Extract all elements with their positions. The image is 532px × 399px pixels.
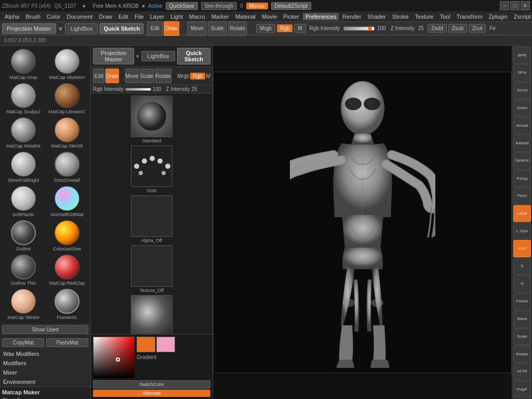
menu-zplugin[interactable]: Zplugin: [486, 13, 510, 20]
texture-off[interactable]: Texture_Off: [93, 245, 210, 293]
alpha-off[interactable]: Alpha_Off: [93, 195, 210, 243]
menu-stroke[interactable]: Stroke: [390, 13, 411, 20]
rotate-btn-mid[interactable]: Rotate: [155, 69, 171, 83]
quick-sketch-btn-mid[interactable]: Quick Sketch: [177, 48, 210, 64]
matcap-softplastic[interactable]: SoftPlastic: [2, 185, 45, 218]
move-right-button[interactable]: Move: [513, 311, 531, 328]
viewport[interactable]: [213, 46, 512, 399]
menu-preferences[interactable]: Preferences: [303, 13, 339, 20]
rotate-tool-button[interactable]: Rotate: [228, 21, 247, 36]
maximize-button[interactable]: □: [510, 1, 520, 10]
menu-light[interactable]: Light: [168, 13, 185, 20]
matcap-dotsomet[interactable]: DotsOmetall: [46, 151, 88, 184]
menu-shader[interactable]: Shader: [365, 13, 388, 20]
copy-mat-button[interactable]: CopyMat: [2, 338, 44, 347]
rgb-button[interactable]: Rgb: [277, 24, 292, 32]
persp-button[interactable]: Persp: [513, 170, 531, 187]
spix-button[interactable]: SPix: [513, 64, 531, 82]
matcap-redclay[interactable]: MatCap RedClay: [46, 254, 88, 287]
menu-tool[interactable]: Tool: [437, 13, 453, 20]
environment-section[interactable]: Environment: [0, 377, 90, 387]
paste-mat-button[interactable]: PasteMat: [46, 338, 88, 347]
modifiers-section[interactable]: Modifiers: [0, 358, 90, 368]
mrgb-button[interactable]: Mrgb: [256, 24, 275, 33]
canvas-area[interactable]: [213, 72, 512, 373]
quick-sketch-button[interactable]: Quick Sketch: [100, 23, 143, 34]
menu-macro[interactable]: Macro: [187, 13, 208, 20]
inffill-button[interactable]: Inf.Fill: [513, 363, 531, 380]
matcap-skin05[interactable]: MatCap Skin05: [46, 116, 88, 150]
quicksave-button[interactable]: QuickSave: [166, 2, 198, 10]
menu-document[interactable]: Document: [64, 13, 95, 20]
matcap-normalrgb[interactable]: NormalRGBMat: [46, 185, 88, 218]
menu-picker[interactable]: Picker: [281, 13, 302, 20]
rotate2-button[interactable]: ↻: [513, 258, 531, 275]
local-button[interactable]: Local: [513, 205, 531, 222]
status-display[interactable]: Active: [148, 3, 162, 9]
m-button[interactable]: M: [294, 24, 305, 33]
edit-button[interactable]: Edit: [147, 21, 163, 36]
menu-alpha[interactable]: Alpha: [2, 13, 22, 20]
menu-brush[interactable]: Brush: [23, 13, 43, 20]
matcap-sculpy2[interactable]: MatCap Sculpy2: [2, 82, 45, 115]
seethrough-button[interactable]: See-through: [201, 2, 237, 10]
menu-transform[interactable]: Transform: [454, 13, 485, 20]
draw-button[interactable]: Draw: [164, 21, 179, 36]
rgb-btn-mid[interactable]: Rgb: [190, 73, 205, 79]
zsub-button[interactable]: Zsub: [448, 24, 467, 33]
aahalf-button[interactable]: AAHalf: [513, 135, 531, 152]
defaultz-button[interactable]: DefaultZScript: [271, 2, 311, 10]
matcap-outline[interactable]: Outline: [2, 219, 45, 252]
menu-edit[interactable]: Edit: [116, 13, 131, 20]
projection-master-button[interactable]: Projection Master: [2, 23, 56, 34]
floor-button[interactable]: Floor: [513, 188, 531, 205]
rgb-intensity-slider[interactable]: [343, 26, 375, 31]
alpha-standard[interactable]: Standard: [93, 96, 210, 143]
projection-arrow[interactable]: ▾: [58, 24, 63, 33]
zadd-button[interactable]: Zadd: [428, 24, 447, 33]
dynamic-button[interactable]: Dynamic: [513, 152, 531, 169]
projection-btn[interactable]: Projection Master: [93, 48, 134, 64]
matcap-silverfoil[interactable]: SilverFoilBright: [2, 151, 45, 184]
color2-swatch[interactable]: [156, 337, 175, 352]
menu-color[interactable]: Color: [44, 13, 63, 20]
minimize-button[interactable]: −: [500, 1, 509, 10]
menu-movie[interactable]: Movie: [259, 13, 280, 20]
polyf-button[interactable]: PolyF: [513, 381, 531, 398]
frame-button[interactable]: Frame: [513, 293, 531, 310]
bpr-button[interactable]: BPR: [513, 47, 531, 64]
color1-swatch[interactable]: [137, 337, 155, 352]
edit-btn-mid[interactable]: Edit: [93, 69, 104, 83]
mixer-section[interactable]: Mixer: [0, 368, 90, 377]
alpha-framer01[interactable]: Framer01: [93, 295, 210, 334]
menu-texture[interactable]: Texture: [413, 13, 436, 20]
menu-draw[interactable]: Draw: [96, 13, 115, 20]
scale-tool-button[interactable]: Scale: [208, 21, 227, 36]
matcap-lbrown[interactable]: MatCap LBrownC: [46, 82, 88, 115]
scale-right-button[interactable]: Scale: [513, 328, 531, 345]
close-button[interactable]: ✕: [521, 1, 530, 10]
menu-material[interactable]: Material: [233, 13, 258, 20]
scroll-button[interactable]: Scroll: [513, 82, 531, 99]
matcap-colorizeglow[interactable]: ColorizeGlow: [46, 219, 88, 252]
alternate-button[interactable]: Alternate: [93, 390, 210, 397]
zcut-button[interactable]: Zcut: [469, 24, 486, 33]
zoom-button[interactable]: Zoom: [513, 100, 531, 117]
projection-arrow-mid[interactable]: ▾: [136, 53, 139, 60]
actual-button[interactable]: Actual: [513, 117, 531, 134]
lsym-button[interactable]: L.Sym: [513, 222, 531, 240]
menu-marker[interactable]: Marker: [209, 13, 232, 20]
matcap-skin04[interactable]: MatCap Skin04: [2, 288, 45, 321]
menu-zscript[interactable]: Zscript: [511, 13, 532, 20]
intensity-slider-mid[interactable]: [125, 88, 151, 91]
matcap-metal04[interactable]: MatCap Metal04: [2, 116, 45, 150]
rotate-right-button[interactable]: Rotate: [513, 345, 531, 363]
switch-color-button[interactable]: SwitchColor: [93, 380, 210, 389]
matcap-outlinethin[interactable]: Outline Thin: [2, 254, 45, 287]
menu-render[interactable]: Render: [340, 13, 364, 20]
wax-modifiers-section[interactable]: Wax Modifiers: [0, 349, 90, 358]
xyz-button[interactable]: XYZ: [513, 240, 531, 257]
lightbox-button[interactable]: LightBox: [65, 23, 99, 34]
draw-btn-mid[interactable]: Draw: [105, 69, 118, 83]
menu-layer[interactable]: Layer: [148, 13, 167, 20]
